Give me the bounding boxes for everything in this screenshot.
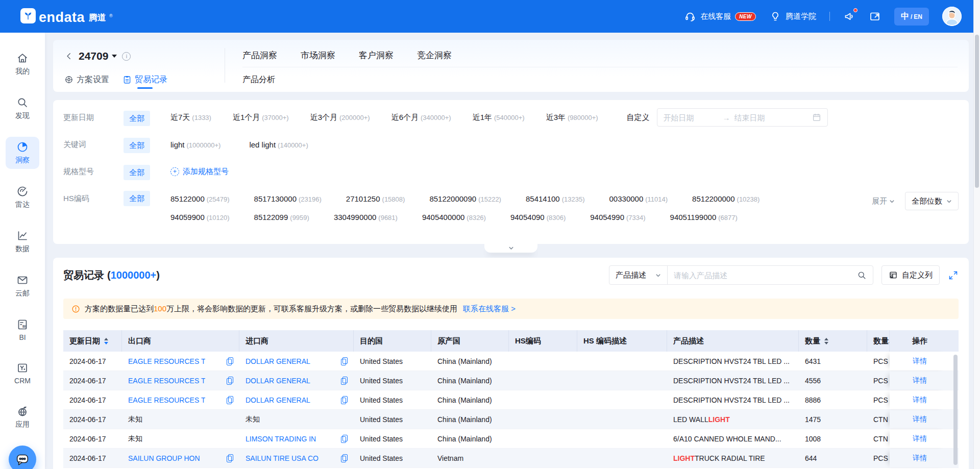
contact-service-link[interactable]: 联系在线客服 > [463, 304, 516, 314]
sidebar-item-mine[interactable]: 我的 [6, 48, 39, 80]
screen-cast-button[interactable] [869, 10, 881, 22]
copy-icon[interactable] [341, 435, 348, 443]
online-service-button[interactable]: 在线客服 NEW [684, 10, 756, 22]
copy-icon[interactable] [341, 357, 348, 365]
hs-option[interactable]: 85122099(9959) [254, 213, 309, 221]
sidebar-item-cloudmail[interactable]: 云邮 [6, 270, 39, 302]
date-option[interactable]: 近3个月(200000+) [310, 113, 370, 122]
hs-option[interactable]: 94059900(10120) [170, 213, 230, 221]
copy-icon[interactable] [341, 396, 348, 404]
tab-product-analysis[interactable]: 产品分析 [242, 75, 275, 85]
hs-option[interactable]: 8512200000(10238) [692, 194, 760, 203]
exporter-link[interactable]: EAGLE RESOURCES T [128, 377, 205, 385]
page-scrollbar-thumb[interactable] [975, 35, 979, 188]
back-chevron-icon[interactable] [64, 52, 74, 61]
date-option[interactable]: 近3年(980000+) [546, 113, 598, 122]
page-scrollbar[interactable] [973, 0, 980, 469]
importer-link[interactable]: LIMSON TRADING IN [246, 435, 316, 443]
sidebar-item-discover[interactable]: 发现 [6, 92, 39, 125]
importer-link[interactable]: DOLLAR GENERAL [246, 377, 310, 385]
search-input[interactable] [674, 271, 857, 280]
tab-market-insight[interactable]: 市场洞察 [301, 50, 335, 61]
importer-link[interactable]: SAILUN TIRE USA CO [246, 454, 318, 462]
hs-option[interactable]: 94054990(7334) [590, 213, 645, 221]
filters-collapse-tab[interactable] [484, 243, 537, 253]
detail-link[interactable]: 详情 [913, 454, 927, 463]
hs-option[interactable]: 94054090(8306) [510, 213, 566, 221]
hs-option[interactable]: 3304990000(9681) [334, 213, 398, 221]
exporter-link[interactable]: SAILUN GROUP HON [128, 454, 200, 462]
start-date-input[interactable] [664, 113, 719, 122]
tab-customer-insight[interactable]: 客户洞察 [359, 50, 394, 61]
info-icon[interactable]: i [122, 52, 131, 61]
copy-icon[interactable] [227, 377, 233, 385]
table-vertical-scrollbar[interactable] [953, 355, 958, 465]
user-avatar[interactable] [942, 7, 962, 26]
table-row: 2024-06-17 EAGLE RESOURCES T DOLLAR GENE… [63, 352, 959, 371]
language-switch-button[interactable]: 中 / EN [894, 8, 929, 26]
detail-link[interactable]: 详情 [913, 396, 927, 405]
plan-id-dropdown[interactable]: 24709 [79, 50, 117, 62]
filter-all-chip[interactable]: 全部 [124, 165, 150, 180]
keyword-option[interactable]: led light(140000+) [249, 140, 308, 149]
column-header-quantity[interactable]: 数量 [799, 330, 867, 352]
column-header-date[interactable]: 更新日期 [63, 330, 122, 352]
detail-link[interactable]: 详情 [913, 357, 927, 366]
sort-icon[interactable] [104, 338, 108, 344]
date-option[interactable]: 近7天(1333) [170, 113, 211, 122]
keyword-option[interactable]: light(1000000+) [170, 140, 220, 149]
sidebar-item-apps[interactable]: 应用 [6, 401, 39, 433]
tab-competitor-insight[interactable]: 竞企洞察 [417, 50, 452, 61]
fullscreen-icon[interactable] [948, 270, 959, 281]
tab-product-insight[interactable]: 产品洞察 [242, 50, 277, 61]
date-option[interactable]: 近1个月(37000+) [233, 113, 289, 122]
filter-all-chip[interactable]: 全部 [124, 191, 150, 206]
sidebar-item-crm[interactable]: CRM [6, 358, 39, 389]
date-range-picker[interactable]: → [657, 108, 828, 127]
importer-link[interactable]: DOLLAR GENERAL [246, 396, 310, 404]
copy-icon[interactable] [341, 377, 348, 385]
date-option[interactable]: 近6个月(340000+) [391, 113, 451, 122]
sort-icon[interactable] [824, 338, 828, 344]
hs-option[interactable]: 9405400000(8326) [422, 213, 486, 221]
live-chat-button[interactable] [9, 446, 36, 469]
add-spec-button[interactable]: + 添加规格型号 [170, 167, 229, 177]
academy-button[interactable]: 腾道学院 [769, 10, 816, 22]
detail-link[interactable]: 详情 [913, 376, 927, 385]
hs-digits-select[interactable]: 全部位数 [905, 192, 959, 210]
copy-icon[interactable] [227, 396, 233, 404]
hs-option[interactable]: 85122000(25479) [170, 194, 230, 203]
sidebar-item-radar[interactable]: 雷达 [6, 181, 39, 213]
filter-all-chip[interactable]: 全部 [124, 111, 150, 126]
copy-icon[interactable] [341, 454, 348, 462]
main-content: 24709 i 产品洞察 市场洞察 客户洞察 竞企洞察 方案设置 贸易记录 产品… [45, 33, 980, 469]
exporter-link[interactable]: EAGLE RESOURCES T [128, 357, 205, 365]
announcements-button[interactable] [843, 10, 855, 22]
search-icon[interactable] [857, 270, 867, 280]
hs-expand-toggle[interactable]: 展开 [872, 196, 895, 206]
hs-option[interactable]: 94051199000(6877) [670, 213, 738, 221]
end-date-input[interactable] [734, 113, 790, 122]
filter-all-chip[interactable]: 全部 [124, 138, 150, 153]
detail-link[interactable]: 详情 [913, 434, 927, 443]
hs-option[interactable]: 85414100(13235) [526, 194, 585, 203]
detail-link[interactable]: 详情 [913, 415, 927, 424]
tendata-logo[interactable]: endata 腾道 ® [20, 8, 113, 24]
tab-trade-records[interactable]: 贸易记录 [122, 69, 167, 90]
exporter-link[interactable]: EAGLE RESOURCES T [128, 396, 205, 404]
sidebar-item-bi[interactable]: BI BI [6, 314, 39, 345]
hs-option[interactable]: 85122000090(15222) [429, 194, 501, 203]
tab-plan-settings[interactable]: 方案设置 [64, 69, 109, 90]
importer-link[interactable]: DOLLAR GENERAL [246, 357, 310, 365]
copy-icon[interactable] [227, 454, 233, 462]
hs-option[interactable]: 00330000(11014) [609, 194, 668, 203]
copy-icon[interactable] [227, 357, 233, 365]
search-field-select[interactable]: 产品描述 [609, 266, 668, 284]
custom-date-label[interactable]: 自定义 [627, 113, 650, 122]
sidebar-item-insight[interactable]: 洞察 [6, 137, 39, 169]
hs-option[interactable]: 8517130000(23196) [254, 194, 322, 203]
custom-columns-button[interactable]: 自定义列 [881, 265, 940, 285]
date-option[interactable]: 近1年(540000+) [473, 113, 525, 122]
hs-option[interactable]: 27101250(15808) [346, 194, 405, 203]
sidebar-item-data[interactable]: 数据 [6, 226, 39, 258]
